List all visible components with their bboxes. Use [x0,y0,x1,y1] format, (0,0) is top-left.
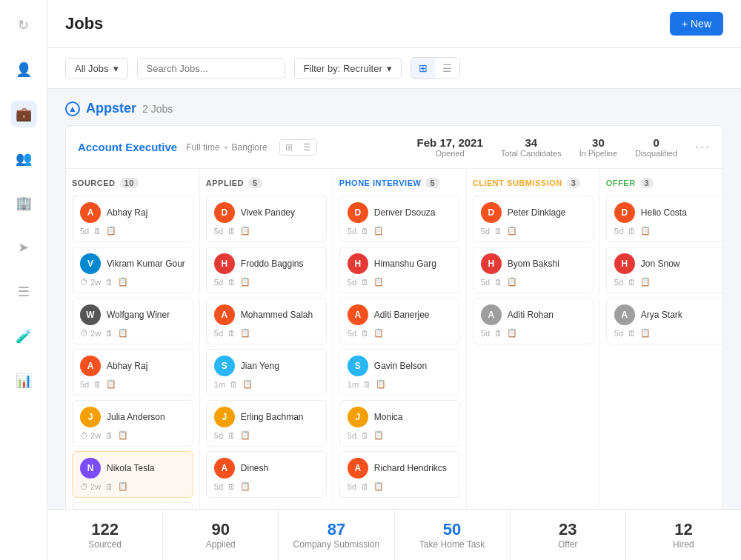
candidate-meta: 5d🗓📋 [348,430,452,440]
avatar: H [614,253,635,274]
candidate-card[interactable]: H Byom Bakshi 5d🗓📋 [473,247,594,293]
new-button[interactable]: + New [670,12,723,36]
candidate-card[interactable]: A Arya Stark 5d🗓📋 [606,298,722,344]
candidate-name: Monica [374,412,403,422]
job-list-btn[interactable]: ☰ [298,140,316,155]
sidebar-icon-list[interactable]: ☰ [10,279,37,305]
candidate-name: Jian Yeng [241,361,279,371]
company-jobs-count: 2 Jobs [142,103,173,115]
candidate-name: Arya Stark [641,310,682,320]
candidate-card[interactable]: V Vikram Kumar Gour ⏱ 2w🗓📋 [72,247,193,293]
filter-button[interactable]: Filter by: Recruiter ▾ [294,58,402,79]
company-header: ▲ Appster 2 Jobs [65,101,723,116]
candidate-card[interactable]: E Elon Melon ⏱ 2w🗓📋 [72,502,193,509]
candidate-meta: ⏱ 2w🗓📋 [80,430,185,440]
toolbar: All Jobs ▾ Filter by: Recruiter ▾ ⊞ ☰ [47,48,741,89]
applied-header: APPLIED 5 [206,178,327,188]
content-area: ▲ Appster 2 Jobs Account Executive Full … [47,89,741,509]
candidate-card[interactable]: D Helio Costa 5d🗓📋 [606,196,722,242]
dot-separator [225,146,227,149]
candidate-name: Abhay Raj [107,361,147,371]
grid-view-button[interactable]: ⊞ [411,58,435,79]
candidate-card[interactable]: A Dinesh 5d🗓📋 [206,451,327,498]
candidate-card[interactable]: H Jon Snow 5d🗓📋 [606,247,722,293]
main-panel: Jobs + New All Jobs ▾ Filter by: Recruit… [47,0,741,560]
sidebar-icon-contacts[interactable]: 👥 [10,145,37,172]
candidate-meta: 5d🗓📋 [481,277,585,287]
kanban-board: SOURCED 10 A Abhay Raj 5d🗓📋 [66,169,722,509]
chevron-down-icon: ▾ [113,63,119,74]
all-jobs-select[interactable]: All Jobs ▾ [65,58,128,79]
candidate-name: Julia Anderson [107,412,165,422]
candidate-card[interactable]: A Aditi Rohan 5d🗓📋 [473,298,594,344]
candidate-card[interactable]: N Nikola Tesla ⏱ 2w🗓📋 [72,451,193,498]
candidate-name: Aditi Rohan [508,310,554,320]
offer-header: OFFER 3 [606,178,722,188]
candidate-name: Himanshu Garg [374,259,436,269]
phone-header: PHONE INTERVIEW 5 [339,178,460,188]
hired-stat: 12 Hired [626,510,741,560]
candidate-card[interactable]: W Wolfgang Winer ⏱ 2w🗓📋 [72,298,193,344]
candidate-meta: 5d🗓📋 [80,379,185,389]
company-submission-stat: 87 Company Submission [279,510,394,560]
candidate-card[interactable]: J Julia Anderson ⏱ 2w🗓📋 [72,400,193,447]
sidebar-icon-briefcase[interactable]: 💼 [10,101,37,127]
candidate-card[interactable]: H Himanshu Garg 5d🗓📋 [339,247,460,293]
page-title: Jobs [65,14,103,33]
candidate-meta: 5d🗓📋 [214,226,319,236]
avatar: A [348,304,368,325]
candidate-card[interactable]: D Peter Dinklage 5d🗓📋 [473,196,594,242]
avatar: J [80,407,101,427]
sidebar: ↻ 👤 💼 👥 🏢 ➤ ☰ 🧪 📊 [0,0,47,560]
sidebar-icon-building[interactable]: 🏢 [10,190,37,216]
list-view-button[interactable]: ☰ [435,58,459,79]
candidate-card[interactable]: J Monica 5d🗓📋 [339,400,460,447]
candidate-name: Froddo Baggins [241,259,304,269]
sidebar-icon-flask[interactable]: 🧪 [10,323,37,350]
job-grid-btn[interactable]: ⊞ [280,140,298,155]
candidate-card[interactable]: A Mohammed Salah 5d🗓📋 [206,298,327,344]
avatar: N [80,458,101,479]
candidate-name: Jon Snow [641,259,680,269]
candidate-card[interactable]: H Froddo Baggins 5d🗓📋 [206,247,327,293]
candidate-name: Gavin Belson [374,361,427,371]
applied-label: Applied [169,539,272,550]
candidate-meta: ⏱ 2w🗓📋 [80,277,185,287]
sidebar-icon-user[interactable]: 👤 [10,56,37,83]
candidate-name: Aditi Banerjee [374,310,430,320]
opened-stat: Feb 17, 2021 Opened [417,136,483,158]
candidate-name: Abhay Raj [107,207,147,218]
collapse-button[interactable]: ▲ [65,101,80,116]
takehome-stat: 50 Take Home Task [395,510,511,560]
search-input[interactable] [137,58,285,79]
applied-stat: 90 Applied [163,510,279,560]
avatar: S [348,356,368,376]
candidate-card[interactable]: A Aditi Banerjee 5d🗓📋 [339,298,460,344]
sidebar-icon-send[interactable]: ➤ [10,234,37,261]
job-meta: Full time Banglore [186,142,267,153]
candidate-card[interactable]: S Gavin Belson 1m🗓📋 [339,349,460,396]
candidate-card[interactable]: A Richard Hendrikcs 5d🗓📋 [339,451,460,498]
candidate-name: Peter Dinklage [508,207,566,218]
sourced-header: SOURCED 10 [72,178,193,188]
candidate-card[interactable]: A Abhay Raj 5d🗓📋 [72,349,193,396]
sidebar-icon-chart[interactable]: 📊 [10,367,37,394]
job-title[interactable]: Account Executive [78,141,177,153]
candidate-card[interactable]: A Abhay Raj 5d🗓📋 [72,196,193,242]
candidate-card[interactable]: S Jian Yeng 1m🗓📋 [206,349,327,396]
candidate-card[interactable]: D Vivek Pandey 5d🗓📋 [206,196,327,242]
candidate-card[interactable]: J Erling Bachman 5d🗓📋 [206,400,327,447]
sourced-column: SOURCED 10 A Abhay Raj 5d🗓📋 [66,169,200,509]
offer-number: 23 [516,520,619,539]
view-toggle: ⊞ ☰ [411,57,460,79]
candidate-card[interactable]: D Denver Dsouza 5d🗓📋 [339,196,460,242]
chevron-down-icon: ▾ [387,63,392,74]
avatar: A [214,304,235,325]
applied-number: 90 [169,520,272,539]
sidebar-icon-refresh[interactable]: ↻ [10,12,37,39]
candidate-meta: 1m🗓📋 [214,379,319,389]
job-more-button[interactable]: ··· [695,139,711,155]
sourced-number: 122 [53,520,156,539]
hired-number: 12 [632,520,735,539]
candidate-meta: 5d🗓📋 [214,328,319,338]
